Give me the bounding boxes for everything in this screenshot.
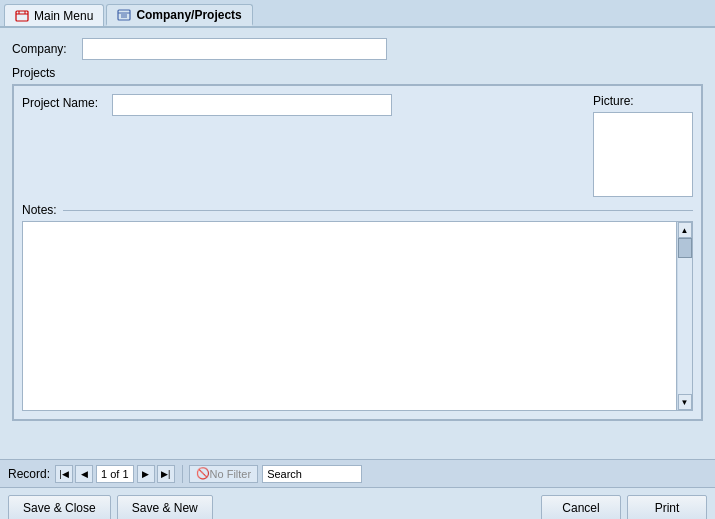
print-button[interactable]: Print: [627, 495, 707, 520]
notes-scrollbar: ▲ ▼: [676, 222, 692, 410]
scroll-down-button[interactable]: ▼: [678, 394, 692, 410]
tab-main-menu-label: Main Menu: [34, 9, 93, 23]
nav-prev-button[interactable]: ◀: [75, 465, 93, 483]
search-input[interactable]: [262, 465, 362, 483]
company-input[interactable]: [82, 38, 387, 60]
projects-label: Projects: [12, 66, 703, 80]
cancel-button[interactable]: Cancel: [541, 495, 621, 520]
nav-separator: [182, 465, 183, 483]
picture-section: Picture:: [593, 94, 693, 197]
tab-company-projects-label: Company/Projects: [136, 8, 241, 22]
footer: Save & Close Save & New Cancel Print: [0, 487, 715, 519]
no-filter-button: 🚫 No Filter: [189, 465, 259, 483]
project-name-input[interactable]: [112, 94, 392, 116]
nav-first-button[interactable]: |◀: [55, 465, 73, 483]
project-name-label: Project Name:: [22, 94, 112, 110]
notes-row: Notes:: [22, 203, 693, 217]
projects-box: Project Name: Picture: Notes: ▲ ▼: [12, 84, 703, 421]
svg-rect-0: [16, 11, 28, 21]
record-position: 1 of 1: [96, 465, 134, 483]
nav-next-button[interactable]: ▶: [137, 465, 155, 483]
no-filter-icon: 🚫: [196, 467, 210, 480]
notes-label: Notes:: [22, 203, 57, 217]
scroll-up-button[interactable]: ▲: [678, 222, 692, 238]
project-name-row: Project Name: Picture:: [22, 94, 693, 197]
company-projects-icon: [117, 8, 131, 22]
notes-area: ▲ ▼: [22, 221, 693, 411]
scrollbar-track: [678, 238, 692, 394]
main-content: Company: Projects Project Name: Picture:…: [0, 28, 715, 459]
scrollbar-thumb[interactable]: [678, 238, 692, 258]
picture-label: Picture:: [593, 94, 634, 108]
notes-divider: [63, 210, 693, 211]
picture-box: [593, 112, 693, 197]
tab-company-projects[interactable]: Company/Projects: [106, 4, 252, 26]
record-label: Record:: [8, 467, 50, 481]
company-row: Company:: [12, 38, 703, 60]
nav-last-button[interactable]: ▶|: [157, 465, 175, 483]
tab-bar: Main Menu Company/Projects: [0, 0, 715, 28]
tab-main-menu[interactable]: Main Menu: [4, 4, 104, 26]
nav-bar: Record: |◀ ◀ 1 of 1 ▶ ▶| 🚫 No Filter: [0, 459, 715, 487]
save-close-button[interactable]: Save & Close: [8, 495, 111, 520]
save-new-button[interactable]: Save & New: [117, 495, 213, 520]
company-label: Company:: [12, 42, 82, 56]
no-filter-label: No Filter: [210, 468, 252, 480]
main-menu-icon: [15, 9, 29, 23]
notes-textarea[interactable]: [23, 222, 676, 410]
